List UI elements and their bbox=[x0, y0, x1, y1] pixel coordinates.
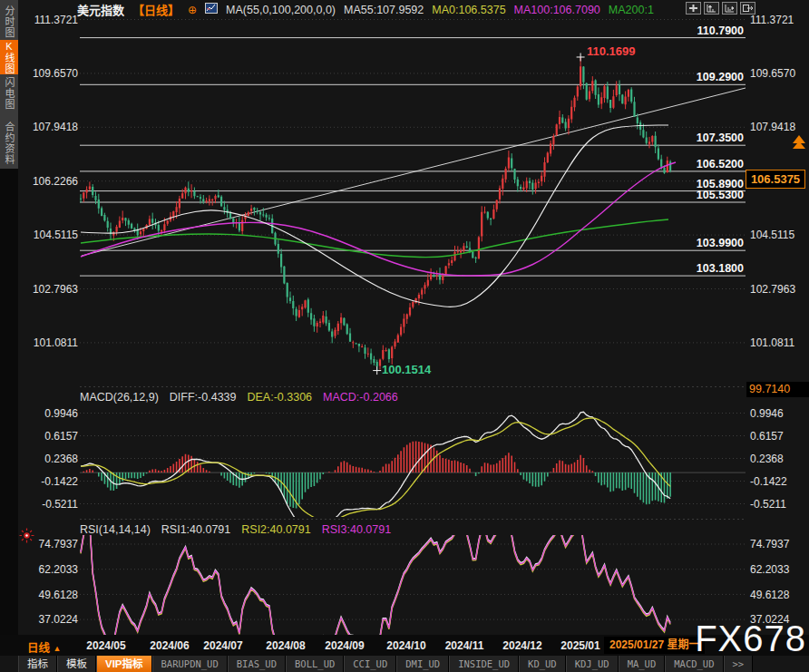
toolbar-item-kd[interactable]: KD_UD bbox=[519, 656, 566, 672]
symbol-title: 美元指数 bbox=[77, 1, 124, 18]
macd-axis-label: -0.1422 bbox=[750, 475, 808, 488]
price-axis-label: 102.7963 bbox=[750, 283, 808, 296]
month-label: 2024/10 bbox=[377, 639, 435, 652]
month-label: 2024/06 bbox=[141, 639, 199, 652]
ma100-value: MA100:106.7090 bbox=[514, 4, 600, 16]
month-label: 2025/01 bbox=[551, 639, 609, 652]
macd-axis-label: 0.2368 bbox=[750, 453, 808, 465]
macd-axis-label: -0.5211 bbox=[750, 498, 808, 511]
macd-axis-label: 0.6157 bbox=[22, 430, 78, 443]
price-axis-label: 111.3721 bbox=[22, 14, 78, 26]
rsi-axis-label: 49.6128 bbox=[22, 589, 78, 601]
month-label: 2024/08 bbox=[257, 639, 315, 652]
macd-axis-label: 0.9946 bbox=[22, 407, 78, 420]
sidebar-tab-timeshare[interactable]: 分时图 bbox=[0, 5, 18, 38]
period-selector[interactable]: 日线 ▲ bbox=[27, 638, 61, 656]
support-line-label: 106.5200 bbox=[635, 158, 744, 170]
rsi-axis-label: 74.7937 bbox=[750, 538, 808, 550]
sidebar-tab-flash[interactable]: 闪电图 bbox=[0, 76, 18, 111]
app-window: 分时图 K线图 闪电图 合约资料 美元指数 【日线】 ⊕ MA(55,0,100… bbox=[0, 0, 809, 672]
pan-mode-button[interactable] bbox=[686, 2, 701, 15]
ma-settings-label: MA(55,0,100,200,0,0) bbox=[226, 4, 336, 16]
month-label: 2024/07 bbox=[194, 639, 252, 652]
period-tag: 【日线】 bbox=[132, 1, 180, 18]
toolbar-item-indicators[interactable]: 指标 bbox=[18, 656, 57, 672]
red-flare-icon[interactable] bbox=[19, 528, 34, 547]
month-label: 2024/09 bbox=[316, 639, 374, 652]
indicator-toolbar: 指标 模板 VIP指标 BARUPDN_UD BIAS_UD BOLL_UD C… bbox=[18, 656, 809, 672]
sidebar-tab-kline[interactable]: K线图 bbox=[0, 40, 18, 74]
macd-dea-value: DEA:-0.3306 bbox=[247, 391, 312, 404]
zoom-x-axis-button[interactable] bbox=[722, 2, 737, 15]
rsi-axis-label: 62.2033 bbox=[750, 563, 808, 576]
toolbar-item-ma[interactable]: MA_UD bbox=[619, 656, 666, 672]
price-axis-label: 111.3721 bbox=[750, 14, 808, 26]
month-label: 2024/05 bbox=[77, 639, 135, 652]
toolbar-item-inside[interactable]: INSIDE_UD bbox=[449, 656, 519, 672]
rsi2-value: RSI2:40.0791 bbox=[241, 523, 310, 536]
chart-toolbuttons bbox=[686, 2, 755, 15]
support-line-label: 107.3500 bbox=[635, 131, 744, 144]
zoom-y-axis-button[interactable] bbox=[704, 2, 719, 15]
exit-button[interactable] bbox=[740, 2, 755, 15]
toolbar-item-templates[interactable]: 模板 bbox=[57, 656, 96, 672]
macd-axis-label: -0.5211 bbox=[22, 498, 78, 511]
price-axis-label: 101.0811 bbox=[22, 336, 78, 349]
sidebar-lower bbox=[0, 169, 18, 635]
macd-axis-label: 0.2368 bbox=[22, 453, 78, 465]
month-label: 2024/12 bbox=[493, 639, 551, 652]
macd-axis-label: 0.9946 bbox=[750, 407, 808, 420]
month-label: 2024/11 bbox=[435, 639, 493, 652]
sidebar-tab-contract-info[interactable]: 合约资料 bbox=[0, 122, 18, 165]
price-axis-label: 107.9418 bbox=[22, 121, 78, 133]
support-line-label: 103.1800 bbox=[635, 262, 744, 275]
price-axis-label: 109.6570 bbox=[22, 67, 78, 80]
macd-axis-label: -0.1422 bbox=[22, 475, 78, 488]
toolbar-item-macd[interactable]: MACD_UD bbox=[665, 656, 723, 672]
ma200-value: MA200:1 bbox=[609, 4, 654, 16]
toolbar-item-cci[interactable]: CCI_UD bbox=[344, 656, 396, 672]
price-axis-label: 104.5115 bbox=[22, 229, 78, 241]
add-indicator-icon[interactable]: ⊕ bbox=[188, 4, 197, 16]
price-axis-label: 104.5115 bbox=[750, 229, 808, 241]
ma0-value: MA0:106.5375 bbox=[432, 4, 505, 16]
chevron-up-icon: ▲ bbox=[54, 644, 62, 653]
toolbar-item-dmi[interactable]: DMI_UD bbox=[396, 656, 449, 672]
price-axis-label: 102.7963 bbox=[22, 283, 78, 296]
macd-value: MACD:-0.2066 bbox=[323, 391, 398, 404]
support-line-label: 103.9900 bbox=[635, 237, 744, 249]
current-price-tag: 106.5375 bbox=[746, 170, 805, 189]
rsi3-value: RSI3:40.0791 bbox=[322, 523, 391, 536]
toolbar-item-bias[interactable]: BIAS_UD bbox=[228, 656, 286, 672]
high-price-label: 110.1699 bbox=[587, 44, 636, 58]
macd-header: MACD(26,12,9) DIFF:-0.4339 DEA:-0.3306 M… bbox=[80, 391, 398, 404]
price-axis-label: 101.0811 bbox=[750, 336, 808, 349]
toolbar-item-barupdn[interactable]: BARUPDN_UD bbox=[152, 656, 228, 672]
price-axis-label: 106.2266 bbox=[22, 175, 78, 188]
toolbar-item-vip[interactable]: VIP指标 bbox=[96, 656, 152, 672]
period-selector-label: 日线 bbox=[27, 642, 50, 655]
price-axis-label: 107.9418 bbox=[750, 121, 808, 133]
rsi-axis-label: 62.2033 bbox=[22, 563, 78, 576]
rsi1-value: RSI1:40.0791 bbox=[161, 523, 230, 536]
chart-thumbnail-icon bbox=[205, 3, 218, 16]
price-axis-label: 109.6570 bbox=[750, 67, 808, 80]
support-line-label: 109.2900 bbox=[635, 71, 744, 83]
chart-canvas[interactable] bbox=[0, 0, 809, 672]
toolbar-item-kdj[interactable]: KDJ_UD bbox=[566, 656, 619, 672]
chart-header: 美元指数 【日线】 ⊕ MA(55,0,100,200,0,0) MA55:10… bbox=[77, 1, 654, 18]
current-date-box: 2025/01/27 星期一 bbox=[604, 637, 705, 654]
low-price-label: 100.1514 bbox=[382, 363, 431, 376]
macd-title: MACD(26,12,9) bbox=[80, 391, 159, 404]
support-line-label: 105.5300 bbox=[635, 189, 744, 201]
toolbar-item-boll[interactable]: BOLL_UD bbox=[286, 656, 344, 672]
ma55-value: MA55:107.9592 bbox=[344, 4, 424, 16]
macd-axis-tag: 99.7140 bbox=[746, 382, 809, 397]
rsi-axis-label: 49.6128 bbox=[750, 589, 808, 601]
support-line-label: 110.7900 bbox=[635, 24, 744, 37]
rsi-axis-label: 37.0224 bbox=[22, 613, 78, 626]
rsi-header: RSI(14,14,14) RSI1:40.0791 RSI2:40.0791 … bbox=[80, 523, 391, 536]
price-arrow-marker bbox=[791, 134, 807, 154]
macd-diff-value: DIFF:-0.4339 bbox=[170, 391, 237, 404]
toolbar-item-more[interactable]: >> bbox=[724, 656, 754, 672]
